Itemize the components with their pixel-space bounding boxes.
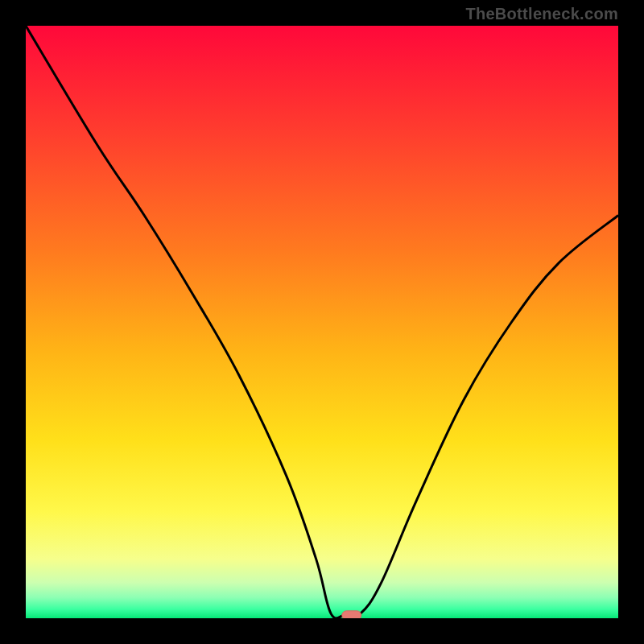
chart-frame: TheBottleneck.com xyxy=(0,0,644,644)
plot-area xyxy=(26,26,618,618)
gradient-background xyxy=(26,26,618,618)
bottleneck-chart xyxy=(26,26,618,618)
attribution-label: TheBottleneck.com xyxy=(465,5,618,23)
optimal-marker xyxy=(342,611,361,618)
